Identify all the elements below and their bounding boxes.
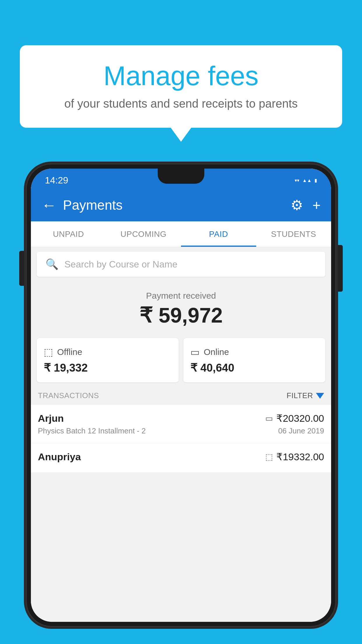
speech-bubble-subtitle: of your students and send receipts to pa… [37,97,325,110]
app-bar-left: ← Payments [41,196,123,214]
transaction-row1: Anupriya ⬚ ₹19332.00 [38,451,324,463]
transactions-label: TRANSACTIONS [38,391,99,400]
speech-bubble: Manage fees of your students and send re… [20,45,342,128]
signal-icon: ▲▲ [302,178,312,183]
status-icons: ▾▾ ▲▲ ▮ [295,178,317,183]
transaction-row2: Physics Batch 12 Installment - 2 06 June… [38,426,324,435]
speech-bubble-title: Manage fees [37,61,325,91]
transaction-date: 06 June 2019 [278,426,324,435]
transactions-header: TRANSACTIONS FILTER [31,382,331,405]
transaction-amount: ₹20320.00 [276,412,324,424]
offline-card-header: ⬚ Offline [44,346,172,358]
tab-unpaid[interactable]: UNPAID [31,221,106,247]
transaction-course: Physics Batch 12 Installment - 2 [38,426,146,435]
app-bar-title: Payments [63,197,123,213]
tab-students[interactable]: STUDENTS [256,221,331,247]
wifi-icon: ▾▾ [295,178,299,183]
speech-bubble-container: Manage fees of your students and send re… [20,45,342,128]
app-bar: ← Payments ⚙ + [31,189,331,221]
status-time: 14:29 [45,175,68,186]
tab-upcoming[interactable]: UPCOMING [106,221,181,247]
transaction-name: Anupriya [38,451,81,463]
tab-paid[interactable]: PAID [181,221,256,247]
back-icon[interactable]: ← [41,196,57,214]
transaction-item[interactable]: Arjun ▭ ₹20320.00 Physics Batch 12 Insta… [31,405,331,443]
gear-icon[interactable]: ⚙ [291,197,303,213]
plus-icon[interactable]: + [312,197,321,213]
online-amount: ₹ 40,640 [190,361,318,374]
search-bar[interactable]: 🔍 Search by Course or Name [37,252,325,277]
transaction-item[interactable]: Anupriya ⬚ ₹19332.00 [31,443,331,473]
credit-card-icon: ▭ [265,414,273,423]
transaction-name: Arjun [38,413,64,424]
offline-label: Offline [57,347,82,357]
battery-icon: ▮ [314,178,317,183]
online-icon: ▭ [190,346,200,358]
search-icon: 🔍 [45,258,59,270]
payment-cards: ⬚ Offline ₹ 19,332 ▭ Online ₹ 40,640 [31,338,331,382]
offline-icon: ⬚ [44,346,53,358]
app-bar-actions: ⚙ + [291,197,321,213]
phone-screen: 14:29 ▾▾ ▲▲ ▮ ← Payments ⚙ + [31,169,331,622]
filter-button[interactable]: FILTER [287,391,324,400]
phone-notch [158,169,204,184]
phone-outer: 14:29 ▾▾ ▲▲ ▮ ← Payments ⚙ + [26,163,336,627]
transaction-row1: Arjun ▭ ₹20320.00 [38,412,324,424]
tab-bar: UNPAID UPCOMING PAID STUDENTS [31,221,331,247]
online-card-header: ▭ Online [190,346,318,358]
online-card: ▭ Online ₹ 40,640 [183,338,325,382]
cash-icon: ⬚ [265,452,273,462]
payment-received-section: Payment received ₹ 59,972 [31,281,331,333]
phone-mockup: 14:29 ▾▾ ▲▲ ▮ ← Payments ⚙ + [26,163,336,644]
transaction-amount-wrap: ⬚ ₹19332.00 [265,451,324,463]
offline-card: ⬚ Offline ₹ 19,332 [37,338,179,382]
filter-icon [316,393,324,399]
transaction-amount-wrap: ▭ ₹20320.00 [265,412,324,424]
transaction-amount: ₹19332.00 [276,451,324,463]
payment-total-amount: ₹ 59,972 [31,303,331,328]
payment-received-label: Payment received [31,291,331,301]
online-label: Online [204,347,229,357]
main-content: 🔍 Search by Course or Name Payment recei… [31,247,331,622]
search-placeholder: Search by Course or Name [64,259,178,270]
filter-label: FILTER [287,391,313,400]
offline-amount: ₹ 19,332 [44,361,172,374]
